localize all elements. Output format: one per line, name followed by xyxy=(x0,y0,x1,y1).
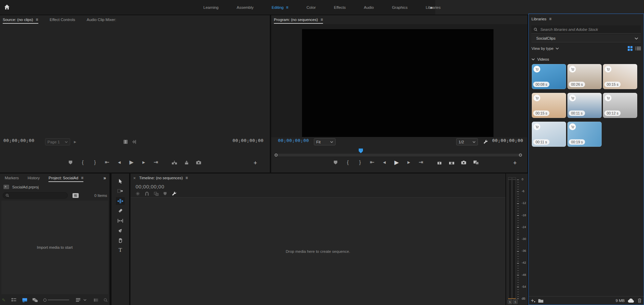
mark-in-icon[interactable]: { xyxy=(79,159,87,166)
tab-history[interactable]: History xyxy=(28,174,40,182)
nest-sequence-icon[interactable] xyxy=(136,191,140,196)
snap-magnet-icon[interactable] xyxy=(145,191,149,196)
tab-graphics[interactable]: Graphics xyxy=(392,5,407,9)
grid-view-icon[interactable] xyxy=(628,46,632,51)
list-view-icon[interactable] xyxy=(10,296,18,304)
tab-libraries[interactable]: Libraries xyxy=(426,5,441,9)
solo-left-button[interactable]: S xyxy=(508,300,512,304)
tab-audio-clip-mixer[interactable]: Audio Clip Mixer: xyxy=(87,15,116,24)
panel-menu-icon[interactable]: ≡ xyxy=(549,17,551,21)
program-scrubber-track[interactable] xyxy=(275,154,522,156)
add-to-cart-icon[interactable] xyxy=(534,66,540,73)
playhead-marker[interactable] xyxy=(359,148,363,154)
add-to-cart-icon[interactable] xyxy=(605,95,611,101)
selection-tool[interactable] xyxy=(116,178,125,185)
razor-tool[interactable] xyxy=(116,207,125,215)
find-icon[interactable] xyxy=(102,296,109,304)
video-thumbnail[interactable]: 00:19 s xyxy=(567,122,602,147)
add-to-cart-icon[interactable] xyxy=(534,95,540,101)
tab-effect-controls[interactable]: Effect Controls xyxy=(50,15,75,24)
workspace-overflow-button[interactable]: » xyxy=(430,0,432,15)
hand-tool[interactable] xyxy=(116,237,125,244)
overwrite-icon[interactable] xyxy=(182,159,190,166)
go-to-out-icon[interactable]: ⇥ xyxy=(152,159,160,166)
tab-source-no-clips[interactable]: Source: (no clips)≡ xyxy=(3,15,38,24)
go-to-in-icon[interactable]: ⇤ xyxy=(368,159,376,166)
zoom-level-dropdown[interactable]: Fit xyxy=(314,138,336,145)
panel-menu-icon[interactable]: ≡ xyxy=(81,176,83,180)
add-to-cart-icon[interactable] xyxy=(569,123,576,130)
home-button[interactable] xyxy=(2,3,12,12)
export-frame-icon[interactable] xyxy=(195,159,203,166)
lift-icon[interactable] xyxy=(435,159,443,166)
panel-menu-icon[interactable]: ≡ xyxy=(36,17,38,22)
libraries-search[interactable] xyxy=(531,25,641,34)
libraries-search-input[interactable] xyxy=(540,27,639,32)
page-play-icon[interactable]: ▸ xyxy=(74,139,76,144)
cloud-sync-icon[interactable] xyxy=(627,298,635,303)
freeform-view-icon[interactable] xyxy=(31,296,39,304)
add-content-button[interactable]: + ▾ xyxy=(531,298,535,303)
tab-project-socialad[interactable]: Project: SocialAd≡ xyxy=(48,174,83,182)
tab-markers[interactable]: Markers xyxy=(5,174,19,182)
project-breadcrumb[interactable]: SocialAd.prproj xyxy=(3,185,39,189)
new-folder-icon[interactable] xyxy=(538,299,544,303)
video-thumbnail[interactable]: 00:11 s xyxy=(532,122,566,147)
panel-menu-icon[interactable]: ≡ xyxy=(321,17,323,22)
tab-program[interactable]: Program: (no sequences) ≡ xyxy=(274,15,323,24)
view-by-type-dropdown[interactable]: View by type xyxy=(531,46,554,50)
mark-out-icon[interactable]: } xyxy=(356,159,364,166)
panel-menu-icon[interactable]: ≡ xyxy=(185,176,188,180)
library-selector[interactable]: SocialClips xyxy=(531,35,641,42)
step-back-icon[interactable]: ◂ xyxy=(380,159,388,166)
solo-right-button[interactable]: S xyxy=(513,300,518,304)
settings-wrench-icon[interactable] xyxy=(481,138,489,145)
step-forward-icon[interactable]: ▸ xyxy=(140,159,148,166)
button-editor-plus[interactable]: + xyxy=(513,160,517,166)
panel-overflow-button[interactable]: » xyxy=(103,176,106,180)
add-to-cart-icon[interactable] xyxy=(569,66,576,73)
step-back-icon[interactable]: ◂ xyxy=(115,159,123,166)
automate-sequence-icon[interactable] xyxy=(93,296,100,304)
insert-icon[interactable] xyxy=(170,159,178,166)
tab-color[interactable]: Color xyxy=(306,5,316,9)
tab-editing[interactable]: Editing≡ xyxy=(272,5,288,10)
add-to-cart-icon[interactable] xyxy=(569,95,576,101)
video-thumbnail[interactable]: 00:15 s xyxy=(603,64,637,89)
mark-in-icon[interactable]: { xyxy=(344,159,352,166)
export-frame-icon[interactable] xyxy=(460,159,468,166)
video-thumbnail[interactable]: 00:26 s xyxy=(567,64,602,89)
tab-libraries[interactable]: Libraries ≡ xyxy=(531,15,551,23)
drag-audio-icon[interactable] xyxy=(130,138,138,145)
add-marker-icon[interactable] xyxy=(163,192,167,196)
tab-assembly[interactable]: Assembly xyxy=(237,5,254,9)
linked-selection-icon[interactable] xyxy=(154,192,159,196)
tab-audio[interactable]: Audio xyxy=(364,5,374,9)
slip-tool[interactable] xyxy=(116,217,125,224)
button-editor-plus[interactable]: + xyxy=(254,160,257,166)
zoom-slider[interactable] xyxy=(48,300,69,300)
step-forward-icon[interactable]: ▸ xyxy=(405,159,413,166)
add-marker-icon[interactable] xyxy=(66,159,75,166)
go-to-out-icon[interactable]: ⇥ xyxy=(417,159,425,166)
mark-out-icon[interactable]: } xyxy=(91,159,99,166)
sort-icon[interactable] xyxy=(75,296,82,304)
icon-view-icon[interactable] xyxy=(21,296,28,304)
comparison-view-icon[interactable] xyxy=(472,159,480,166)
timeline-timecode[interactable]: 00;00;00;00 xyxy=(136,184,164,190)
timeline-drop-zone[interactable]: Drop media here to create sequence. xyxy=(130,197,505,305)
add-to-cart-icon[interactable] xyxy=(605,66,611,73)
panel-menu-icon[interactable]: ≡ xyxy=(286,5,288,10)
project-empty-area[interactable]: Import media to start xyxy=(1,201,108,294)
add-to-cart-icon[interactable] xyxy=(534,123,540,130)
videos-section-header[interactable]: Videos xyxy=(529,55,644,63)
tab-effects[interactable]: Effects xyxy=(334,5,346,9)
tab-timeline[interactable]: Timeline: (no sequences) ≡ xyxy=(139,174,188,182)
track-select-forward-tool[interactable] xyxy=(116,187,125,195)
zoom-out-icon[interactable] xyxy=(43,299,46,302)
project-search-field[interactable] xyxy=(3,192,68,199)
trash-icon[interactable] xyxy=(638,298,642,303)
add-marker-icon[interactable] xyxy=(331,159,340,166)
search-bin-button[interactable] xyxy=(73,193,79,198)
video-thumbnail[interactable]: 00:11 s xyxy=(567,93,602,118)
